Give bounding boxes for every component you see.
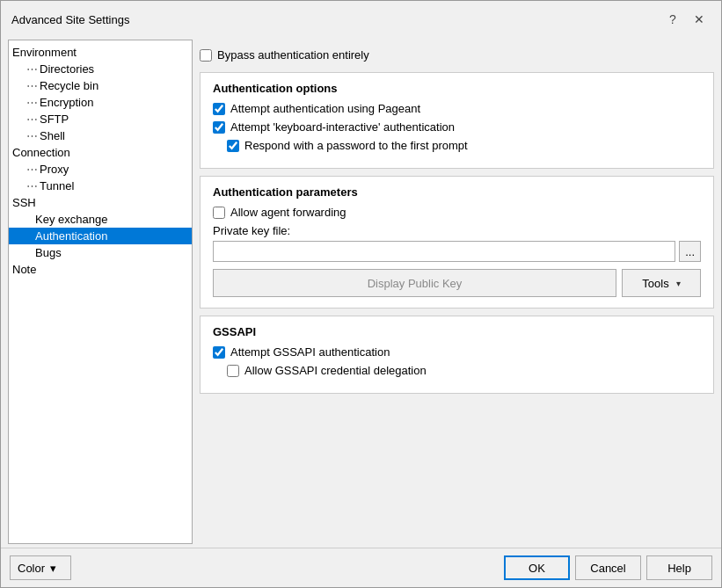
bypass-auth-row: Bypass authentication entirely	[200, 48, 714, 62]
tree-item-proxy[interactable]: ⋯Proxy	[9, 161, 192, 178]
bypass-auth-checkbox[interactable]	[200, 49, 212, 62]
tree-item-environment[interactable]: Environment	[9, 44, 192, 61]
allow-forwarding-label[interactable]: Allow agent forwarding	[230, 206, 346, 219]
auth-options-title: Authentication options	[213, 82, 701, 95]
tree-panel: Environment ⋯Directories ⋯Recycle bin ⋯E…	[8, 40, 193, 544]
tools-dropdown-arrow: ▾	[676, 279, 681, 288]
respond-password-row: Respond with a password to the first pro…	[227, 139, 701, 152]
allow-delegation-row: Allow GSSAPI credential delegation	[227, 364, 701, 377]
tree-item-tunnel[interactable]: ⋯Tunnel	[9, 178, 192, 194]
respond-password-label[interactable]: Respond with a password to the first pro…	[244, 139, 468, 152]
auth-params-title: Authentication parameters	[213, 185, 701, 199]
browse-button[interactable]: ...	[679, 241, 701, 262]
private-key-label: Private key file:	[213, 224, 701, 237]
help-title-button[interactable]: ?	[661, 8, 684, 31]
allow-delegation-label[interactable]: Allow GSSAPI credential delegation	[244, 364, 427, 377]
tree-item-bugs[interactable]: Bugs	[9, 244, 192, 261]
color-dropdown-arrow: ▾	[50, 562, 56, 575]
tree-item-connection[interactable]: Connection	[9, 144, 192, 161]
title-bar: Advanced Site Settings ? ✕	[1, 1, 721, 36]
bottom-bar: Color ▾ OK Cancel Help	[1, 548, 721, 587]
tools-label: Tools	[642, 277, 668, 290]
tree-item-recycle-bin[interactable]: ⋯Recycle bin	[9, 77, 192, 94]
color-button[interactable]: Color ▾	[10, 555, 71, 580]
title-bar-buttons: ? ✕	[661, 8, 711, 31]
tree-item-sftp[interactable]: ⋯SFTP	[9, 111, 192, 127]
bottom-right: OK Cancel Help	[504, 555, 712, 580]
gssapi-section: GSSAPI Attempt GSSAPI authentication All…	[200, 316, 714, 394]
display-public-key-button[interactable]: Display Public Key	[213, 269, 616, 297]
tools-button[interactable]: Tools ▾	[622, 269, 701, 297]
tree-item-shell[interactable]: ⋯Shell	[9, 127, 192, 144]
dialog-body: Environment ⋯Directories ⋯Recycle bin ⋯E…	[1, 36, 721, 548]
attempt-keyboard-label[interactable]: Attempt 'keyboard-interactive' authentic…	[230, 120, 455, 134]
dialog: Advanced Site Settings ? ✕ Environment ⋯…	[0, 0, 722, 588]
attempt-pageant-label[interactable]: Attempt authentication using Pageant	[230, 102, 420, 115]
content-panel: Bypass authentication entirely Authentic…	[200, 40, 714, 544]
attempt-keyboard-checkbox[interactable]	[213, 121, 225, 134]
tree-item-encryption[interactable]: ⋯Encryption	[9, 94, 192, 111]
tree-item-authentication[interactable]: Authentication	[9, 228, 192, 244]
tree-item-ssh[interactable]: SSH	[9, 194, 192, 211]
tree-item-key-exchange[interactable]: Key exchange	[9, 211, 192, 228]
private-key-input-row: ...	[213, 241, 701, 262]
bypass-auth-label[interactable]: Bypass authentication entirely	[217, 48, 369, 62]
bottom-left: Color ▾	[10, 555, 71, 580]
attempt-keyboard-row: Attempt 'keyboard-interactive' authentic…	[213, 120, 701, 134]
help-button[interactable]: Help	[646, 555, 712, 580]
auth-options-section: Authentication options Attempt authentic…	[200, 72, 714, 169]
color-label: Color	[18, 562, 45, 575]
tree-item-directories[interactable]: ⋯Directories	[9, 61, 192, 77]
tree-item-note[interactable]: Note	[9, 261, 192, 278]
auth-params-section: Authentication parameters Allow agent fo…	[200, 176, 714, 309]
action-row: Display Public Key Tools ▾	[213, 269, 701, 297]
respond-password-checkbox[interactable]	[227, 140, 239, 152]
allow-delegation-checkbox[interactable]	[227, 365, 239, 377]
dialog-title: Advanced Site Settings	[11, 13, 129, 26]
attempt-gssapi-row: Attempt GSSAPI authentication	[213, 345, 701, 359]
close-title-button[interactable]: ✕	[688, 8, 711, 31]
gssapi-title: GSSAPI	[213, 325, 701, 338]
ok-button[interactable]: OK	[504, 555, 570, 580]
attempt-pageant-row: Attempt authentication using Pageant	[213, 102, 701, 115]
private-key-input[interactable]	[213, 241, 675, 262]
attempt-gssapi-checkbox[interactable]	[213, 346, 225, 359]
cancel-button[interactable]: Cancel	[575, 555, 641, 580]
allow-forwarding-checkbox[interactable]	[213, 207, 225, 219]
attempt-pageant-checkbox[interactable]	[213, 103, 225, 115]
allow-forwarding-row: Allow agent forwarding	[213, 206, 701, 219]
attempt-gssapi-label[interactable]: Attempt GSSAPI authentication	[230, 345, 390, 359]
